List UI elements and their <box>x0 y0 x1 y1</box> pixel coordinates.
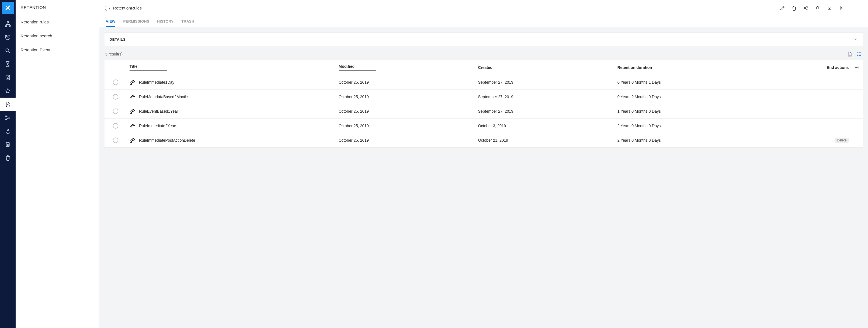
svg-rect-4 <box>6 75 10 80</box>
row-modified: October 25, 2019 <box>336 109 475 113</box>
bell-icon[interactable] <box>814 5 820 11</box>
nav-checklist-icon[interactable] <box>0 71 16 84</box>
row-title: RuleImmediatePostActionDelete <box>139 138 195 142</box>
svg-text:CSV: CSV <box>849 54 852 56</box>
sidebar-item-retention-event[interactable]: Retention Event <box>16 43 99 57</box>
svg-point-11 <box>105 6 110 10</box>
row-modified: October 25, 2019 <box>336 80 475 84</box>
tab-view[interactable]: VIEW <box>106 17 115 27</box>
nav-clipboard-icon[interactable] <box>0 138 16 151</box>
results-table: Title Modified Created Retention duratio… <box>104 60 863 148</box>
row-created: September 27, 2019 <box>475 94 615 99</box>
table-row[interactable]: RuleImmediate1DayOctober 25, 2019Septemb… <box>104 75 863 89</box>
icon-rail <box>0 0 16 328</box>
details-panel-title: DETAILS <box>110 37 126 42</box>
gavel-icon <box>129 94 136 100</box>
row-title: RuleImmediate1Day <box>139 80 175 84</box>
row-checkbox[interactable] <box>113 137 118 143</box>
row-title: RuleEventBased1Year <box>139 109 178 113</box>
row-created: October 21, 2019 <box>475 138 615 142</box>
nav-hourglass-icon[interactable] <box>0 57 16 71</box>
nav-search-icon[interactable] <box>0 44 16 57</box>
column-created[interactable]: Created <box>475 65 615 70</box>
nav-graph-icon[interactable] <box>0 111 16 125</box>
nav-retention-icon[interactable] <box>0 98 16 111</box>
row-checkbox[interactable] <box>113 109 118 114</box>
table-row[interactable]: RuleEventBased1YearOctober 25, 2019Septe… <box>104 104 863 118</box>
download-icon[interactable] <box>826 5 832 11</box>
tab-trash[interactable]: TRASH <box>181 17 194 27</box>
svg-point-6 <box>6 119 7 120</box>
row-retention: 0 Years 0 Months 1 Days <box>615 80 768 84</box>
share-icon[interactable] <box>803 5 809 11</box>
details-panel-header[interactable]: DETAILS <box>104 33 863 46</box>
search-icon[interactable] <box>857 5 863 11</box>
nav-trash-icon[interactable] <box>0 151 16 165</box>
svg-rect-1 <box>5 25 7 27</box>
row-modified: October 25, 2019 <box>336 124 475 128</box>
row-created: September 27, 2019 <box>475 109 615 113</box>
column-settings-icon[interactable] <box>856 51 862 57</box>
topbar: RetentionRules <box>99 0 868 16</box>
delete-icon[interactable] <box>791 5 797 11</box>
edit-icon[interactable] <box>779 5 785 11</box>
main: RetentionRules VIEW PERMISSIONS HISTORY … <box>99 0 868 328</box>
table-header: Title Modified Created Retention duratio… <box>104 60 863 75</box>
table-row[interactable]: RuleImmediate2YearsOctober 25, 2019Octob… <box>104 118 863 133</box>
tab-history[interactable]: HISTORY <box>157 17 174 27</box>
gavel-icon <box>129 79 136 85</box>
export-icon[interactable] <box>838 5 844 11</box>
column-retention-duration[interactable]: Retention duration <box>615 65 768 70</box>
tabs: VIEW PERMISSIONS HISTORY TRASH <box>99 16 868 27</box>
row-modified: October 25, 2019 <box>336 138 475 142</box>
gavel-icon <box>129 108 136 114</box>
nav-user-icon[interactable] <box>0 125 16 138</box>
svg-point-8 <box>7 129 9 131</box>
row-created: September 27, 2019 <box>475 80 615 84</box>
sidebar-header: RETENTION <box>16 0 99 15</box>
svg-point-7 <box>9 117 10 118</box>
row-retention: 0 Years 2 Months 0 Days <box>615 94 768 99</box>
results-count: 5 result(s) <box>105 52 123 56</box>
details-panel: DETAILS <box>104 32 863 46</box>
topbar-actions <box>779 5 863 11</box>
page-title: RetentionRules <box>113 6 142 10</box>
table-row[interactable]: RuleMetadataBased2MonthsOctober 25, 2019… <box>104 89 863 104</box>
app-logo[interactable] <box>2 2 14 14</box>
tab-permissions[interactable]: PERMISSIONS <box>123 17 149 27</box>
row-checkbox[interactable] <box>113 80 118 85</box>
svg-point-17 <box>857 67 858 68</box>
nav-star-icon[interactable] <box>0 84 16 98</box>
svg-rect-0 <box>7 22 9 23</box>
folder-loading-icon <box>104 5 110 11</box>
export-csv-icon[interactable]: CSV <box>847 51 852 57</box>
column-title[interactable]: Title <box>127 64 336 71</box>
nav-sitemap-icon[interactable] <box>0 17 16 31</box>
table-row[interactable]: RuleImmediatePostActionDeleteOctober 25,… <box>104 133 863 147</box>
gavel-icon <box>129 123 136 129</box>
table-settings-icon[interactable] <box>851 65 863 70</box>
sidebar-item-retention-rules[interactable]: Retention rules <box>16 15 99 29</box>
row-end-action: Delete <box>768 138 851 143</box>
sidebar-item-retention-search[interactable]: Retention search <box>16 29 99 43</box>
svg-rect-2 <box>9 25 10 27</box>
svg-point-3 <box>6 49 9 52</box>
svg-point-5 <box>6 116 7 117</box>
row-retention: 2 Years 0 Months 0 Days <box>615 138 768 142</box>
column-modified[interactable]: Modified <box>336 64 475 71</box>
row-checkbox[interactable] <box>113 123 118 129</box>
chevron-down-icon <box>853 37 858 42</box>
row-modified: October 25, 2019 <box>336 94 475 99</box>
row-checkbox[interactable] <box>113 94 118 100</box>
sidebar: RETENTION Retention rules Retention sear… <box>16 0 99 328</box>
gavel-icon <box>129 137 136 143</box>
row-retention: 1 Years 0 Months 0 Days <box>615 109 768 113</box>
nav-history-icon[interactable] <box>0 31 16 44</box>
svg-point-15 <box>863 8 863 8</box>
row-retention: 2 Years 0 Months 0 Days <box>615 124 768 128</box>
row-title: RuleMetadataBased2Months <box>139 94 189 99</box>
column-end-actions[interactable]: End actions <box>768 65 851 70</box>
row-created: October 3, 2019 <box>475 124 615 128</box>
row-title: RuleImmediate2Years <box>139 124 177 128</box>
